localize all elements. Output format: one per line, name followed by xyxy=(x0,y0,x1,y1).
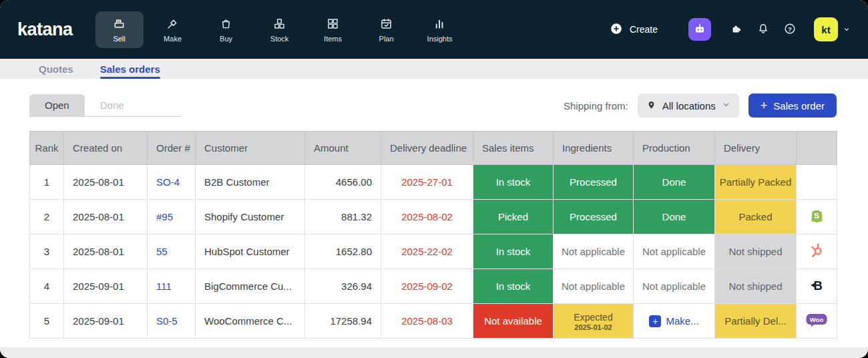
make-button[interactable]: + Make... xyxy=(649,315,698,327)
production-status: + Make... xyxy=(634,304,715,339)
deadline-cell: 2025-22-02 xyxy=(381,234,473,269)
create-button[interactable]: Create xyxy=(609,21,658,38)
buy-icon xyxy=(219,17,233,31)
chevron-down-icon xyxy=(843,25,851,33)
production-status: Done xyxy=(634,165,715,200)
sales-items-status: In stock xyxy=(473,269,554,304)
order-state-tabs: Open Done xyxy=(29,94,182,117)
ingredients-status: Expected 2025-01-02 xyxy=(554,304,634,339)
create-label: Create xyxy=(630,24,658,35)
production-status: Not applicable xyxy=(634,269,715,304)
sales-orders-table: Rank Created on Order # Customer Amount … xyxy=(29,131,837,339)
extensions-button[interactable] xyxy=(730,22,743,37)
sales-orders-page: Open Done Shipping from: All locations +… xyxy=(0,79,868,347)
make-icon xyxy=(166,17,180,31)
toolbar: Open Done Shipping from: All locations +… xyxy=(29,94,837,118)
table-row[interactable]: 2 2025-08-01 #95 Shopify Customer 881.32… xyxy=(30,200,837,234)
nav-label: Buy xyxy=(220,35,232,43)
new-sales-order-label: Sales order xyxy=(773,100,825,112)
nav-item-make[interactable]: Make xyxy=(149,11,197,48)
order-link[interactable]: 55 xyxy=(156,246,168,257)
col-order-number[interactable]: Order # xyxy=(148,132,196,165)
sales-items-status: Picked xyxy=(473,200,554,234)
amount-cell: 17258.94 xyxy=(305,304,381,339)
nav-item-items[interactable]: Items xyxy=(309,11,357,48)
rank-cell: 3 xyxy=(30,234,64,269)
sales-items-status: In stock xyxy=(473,234,554,269)
plan-icon xyxy=(379,17,393,31)
col-production[interactable]: Production xyxy=(634,132,715,165)
robot-icon xyxy=(692,21,707,38)
help-button[interactable]: ? xyxy=(783,22,797,37)
account-menu[interactable]: kt xyxy=(814,17,851,41)
tab-done[interactable]: Done xyxy=(85,94,140,116)
table-row[interactable]: 1 2025-08-01 SO-4 B2B Customer 4656.00 2… xyxy=(30,165,837,200)
amount-cell: 881.32 xyxy=(305,200,381,234)
created-on-cell: 2025-09-01 xyxy=(64,269,148,304)
deadline-cell: 2025-08-03 xyxy=(381,304,473,339)
delivery-status: Packed xyxy=(715,200,797,234)
col-delivery[interactable]: Delivery xyxy=(715,132,797,165)
customer-cell: B2B Customer xyxy=(196,165,305,200)
order-link[interactable]: S0-5 xyxy=(156,315,178,327)
sales-items-status: Not available xyxy=(473,304,554,339)
location-pin-icon xyxy=(646,99,657,112)
shopify-icon: S xyxy=(808,216,826,227)
channel-cell: Woo xyxy=(797,304,837,339)
location-value: All locations xyxy=(662,100,716,112)
nav-item-insights[interactable]: Insights xyxy=(416,11,464,48)
notifications-button[interactable] xyxy=(756,22,770,37)
footer-strip xyxy=(0,347,868,358)
new-sales-order-button[interactable]: + Sales order xyxy=(748,94,837,118)
col-amount[interactable]: Amount xyxy=(305,132,381,165)
stock-icon xyxy=(272,17,286,31)
col-delivery-deadline[interactable]: Delivery deadline xyxy=(381,132,473,165)
col-customer[interactable]: Customer xyxy=(196,132,305,165)
plus-circle-icon xyxy=(609,21,624,38)
nav-label: Plan xyxy=(379,35,394,43)
ai-assistant-button[interactable] xyxy=(688,18,711,41)
amount-cell: 1652.80 xyxy=(305,234,381,269)
svg-text:B: B xyxy=(814,279,823,293)
nav-item-buy[interactable]: Buy xyxy=(202,11,250,48)
section-tabs: Quotes Sales orders xyxy=(0,59,868,79)
nav-item-stock[interactable]: Stock xyxy=(256,11,304,48)
tab-sales-orders[interactable]: Sales orders xyxy=(100,59,160,79)
created-on-cell: 2025-08-01 xyxy=(64,165,148,200)
expected-date: 2025-01-02 xyxy=(558,323,629,332)
production-status: Done xyxy=(634,200,715,234)
table-row[interactable]: 3 2025-08-01 55 HubSpot Customer 1652.80… xyxy=(30,234,837,269)
chevron-down-icon xyxy=(721,100,731,112)
plus-icon: + xyxy=(761,100,768,112)
tab-quotes[interactable]: Quotes xyxy=(39,59,73,79)
hubspot-icon xyxy=(808,250,826,262)
table-row[interactable]: 4 2025-09-01 111 BigCommerce Cu... 326.9… xyxy=(30,269,837,304)
location-dropdown[interactable]: All locations xyxy=(638,94,739,118)
nav-item-plan[interactable]: Plan xyxy=(363,11,411,48)
col-ingredients[interactable]: Ingredients xyxy=(554,132,634,165)
channel-cell xyxy=(797,165,837,200)
delivery-status: Not shipped xyxy=(715,269,797,304)
shipping-from-label: Shipping from: xyxy=(564,100,628,112)
table-row[interactable]: 5 2025-09-01 S0-5 WooCommerce C... 17258… xyxy=(30,304,837,339)
order-number-cell: #95 xyxy=(148,200,196,234)
svg-text:?: ? xyxy=(788,25,792,32)
channel-cell: B xyxy=(797,269,837,304)
order-number-cell: 55 xyxy=(148,234,196,269)
created-on-cell: 2025-09-01 xyxy=(64,304,148,339)
avatar: kt xyxy=(814,17,838,41)
delivery-status: Partially Packed xyxy=(715,165,797,200)
order-number-cell: S0-5 xyxy=(148,304,196,339)
nav-item-sell[interactable]: Sell xyxy=(95,11,144,48)
app-window: katana Sell Make Buy xyxy=(0,0,868,358)
order-link[interactable]: SO-4 xyxy=(156,176,180,188)
rank-cell: 5 xyxy=(30,304,64,339)
tab-open[interactable]: Open xyxy=(29,94,85,116)
order-link[interactable]: #95 xyxy=(156,211,173,222)
rank-cell: 4 xyxy=(30,269,64,304)
col-sales-items[interactable]: Sales items xyxy=(473,132,554,165)
col-rank[interactable]: Rank xyxy=(30,132,64,165)
nav-label: Make xyxy=(164,35,182,43)
order-link[interactable]: 111 xyxy=(156,281,172,292)
col-created-on[interactable]: Created on xyxy=(64,132,148,165)
